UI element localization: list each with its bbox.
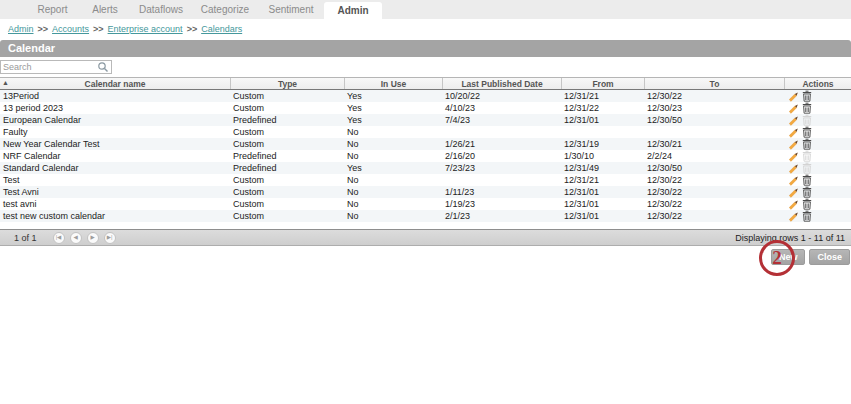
- cell-from: 12/31/21: [562, 90, 645, 102]
- delete-trash-icon: [801, 162, 812, 174]
- cell-actions: [785, 210, 851, 222]
- breadcrumb-separator: >>: [38, 24, 49, 34]
- tab-admin[interactable]: Admin: [324, 2, 382, 19]
- search-input[interactable]: [1, 62, 97, 72]
- cell-in-use: No: [345, 174, 443, 186]
- edit-pencil-icon[interactable]: [788, 198, 799, 210]
- breadcrumb-link[interactable]: Calendars: [201, 24, 242, 34]
- column-header-calendar-name[interactable]: Calendar name: [0, 78, 231, 89]
- last-page-button[interactable]: ▶|: [104, 232, 116, 244]
- cell-to: 12/30/21: [645, 138, 785, 150]
- delete-trash-icon[interactable]: [801, 210, 812, 222]
- table-row[interactable]: Test AvniCustomNo1/11/2312/31/0112/30/22: [0, 186, 851, 198]
- cell-in-use: Yes: [345, 90, 443, 102]
- cell-type: Custom: [231, 198, 345, 210]
- column-header-in-use[interactable]: In Use: [345, 78, 443, 89]
- tab-alerts[interactable]: Alerts: [80, 0, 130, 19]
- delete-trash-icon[interactable]: [801, 90, 812, 102]
- delete-trash-icon[interactable]: [801, 138, 812, 150]
- table-row[interactable]: 13 period 2023CustomYes4/10/2312/31/2212…: [0, 102, 851, 114]
- cell-to: 12/30/50: [645, 162, 785, 174]
- cell-to: 2/2/24: [645, 150, 785, 162]
- table-row[interactable]: test avniCustomNo1/19/2312/31/0112/30/22: [0, 198, 851, 210]
- tab-report[interactable]: Report: [25, 0, 80, 19]
- cell-type: Custom: [231, 138, 345, 150]
- search-box: [0, 60, 112, 74]
- cell-to: 12/30/22: [645, 210, 785, 222]
- delete-trash-icon[interactable]: [801, 198, 812, 210]
- tab-dataflows[interactable]: Dataflows: [130, 0, 192, 19]
- edit-pencil-icon[interactable]: [788, 138, 799, 150]
- table-row[interactable]: New Year Calendar TestCustomNo1/26/2112/…: [0, 138, 851, 150]
- pager-controls: |◀ ◀ ▶ ▶|: [53, 232, 116, 244]
- table-row[interactable]: TestCustomNo12/31/2112/30/22: [0, 174, 851, 186]
- cell-in-use: No: [345, 150, 443, 162]
- delete-trash-icon[interactable]: [801, 186, 812, 198]
- pagination-bar: 1 of 1 |◀ ◀ ▶ ▶| Displaying rows 1 - 11 …: [0, 229, 851, 246]
- breadcrumb-link[interactable]: Accounts: [52, 24, 89, 34]
- cell-actions: [785, 126, 851, 138]
- cell-to: 12/30/22: [645, 90, 785, 102]
- cell-type: Predefined: [231, 114, 345, 126]
- edit-pencil-icon[interactable]: [788, 162, 799, 174]
- cell-in-use: Yes: [345, 102, 443, 114]
- cell-to: [645, 126, 785, 138]
- column-header-type[interactable]: Type: [231, 78, 345, 89]
- sort-ascending-icon[interactable]: ▲: [2, 79, 9, 86]
- edit-pencil-icon[interactable]: [788, 114, 799, 126]
- tab-sentiment[interactable]: Sentiment: [258, 0, 324, 19]
- cell-actions: [785, 90, 851, 102]
- edit-pencil-icon[interactable]: [788, 102, 799, 114]
- delete-trash-icon[interactable]: [801, 174, 812, 186]
- edit-pencil-icon[interactable]: [788, 90, 799, 102]
- table-header: ▲ Calendar name Type In Use Last Publish…: [0, 77, 851, 90]
- edit-pencil-icon[interactable]: [788, 174, 799, 186]
- edit-pencil-icon[interactable]: [788, 210, 799, 222]
- table-row[interactable]: Standard CalendarPredefinedYes7/23/2312/…: [0, 162, 851, 174]
- table-row[interactable]: test new custom calendarCustomNo2/1/2312…: [0, 210, 851, 222]
- column-header-to[interactable]: To: [645, 78, 785, 89]
- cell-last-published: 1/11/23: [443, 186, 562, 198]
- breadcrumb-link[interactable]: Enterprise account: [108, 24, 183, 34]
- cell-last-published: 7/23/23: [443, 162, 562, 174]
- edit-pencil-icon[interactable]: [788, 150, 799, 162]
- column-header-last-published-date[interactable]: Last Published Date: [443, 78, 562, 89]
- table-row[interactable]: NRF CalendarPredefinedNo2/16/201/30/102/…: [0, 150, 851, 162]
- cell-last-published: 2/1/23: [443, 210, 562, 222]
- cell-name: European Calendar: [0, 114, 231, 126]
- cell-last-published: 1/26/21: [443, 138, 562, 150]
- tab-categorize[interactable]: Categorize: [192, 0, 258, 19]
- table-row[interactable]: 13PeriodCustomYes10/20/2212/31/2112/30/2…: [0, 90, 851, 102]
- cell-to: 12/30/23: [645, 102, 785, 114]
- cell-in-use: Yes: [345, 114, 443, 126]
- breadcrumb-link[interactable]: Admin: [8, 24, 34, 34]
- search-row: [0, 57, 851, 77]
- app-window: ReportAlertsDataflowsCategorizeSentiment…: [0, 0, 851, 404]
- cell-actions: [785, 162, 851, 174]
- cell-last-published: 2/16/20: [443, 150, 562, 162]
- cell-to: 12/30/22: [645, 174, 785, 186]
- column-header-actions: Actions: [785, 78, 851, 89]
- breadcrumb: Admin>>Accounts>>Enterprise account>>Cal…: [0, 19, 851, 38]
- edit-pencil-icon[interactable]: [788, 126, 799, 138]
- column-header-from[interactable]: From: [562, 78, 645, 89]
- cell-name: test new custom calendar: [0, 210, 231, 222]
- delete-trash-icon[interactable]: [801, 126, 812, 138]
- cell-in-use: No: [345, 126, 443, 138]
- cell-from: 12/31/01: [562, 198, 645, 210]
- previous-page-button[interactable]: ◀: [70, 232, 82, 244]
- close-button[interactable]: Close: [809, 249, 850, 265]
- edit-pencil-icon[interactable]: [788, 186, 799, 198]
- cell-to: 12/30/50: [645, 114, 785, 126]
- first-page-button[interactable]: |◀: [53, 232, 65, 244]
- table-row[interactable]: European CalendarPredefinedYes7/4/2312/3…: [0, 114, 851, 126]
- table-row[interactable]: FaultyCustomNo: [0, 126, 851, 138]
- cell-actions: [785, 174, 851, 186]
- delete-trash-icon[interactable]: [801, 102, 812, 114]
- search-icon[interactable]: [97, 61, 109, 73]
- cell-last-published: 4/10/23: [443, 102, 562, 114]
- next-page-button[interactable]: ▶: [87, 232, 99, 244]
- annotation-step-circle: 2: [759, 240, 795, 276]
- page-title: Calendar: [0, 40, 851, 57]
- cell-name: Standard Calendar: [0, 162, 231, 174]
